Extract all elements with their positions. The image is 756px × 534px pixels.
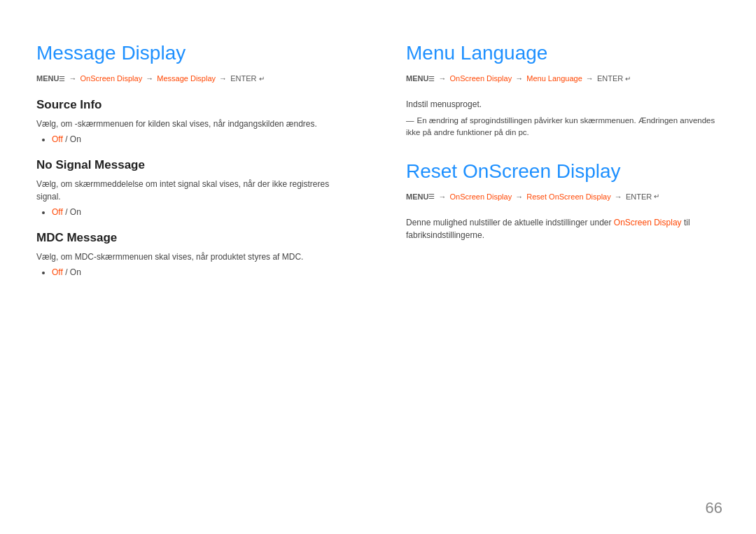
source-info-section: Source Info Vælg, om -skærmmenuen for ki… <box>36 98 350 144</box>
mdc-message-bullet: Off / On <box>52 267 350 277</box>
breadcrumb-menu: MENU <box>406 192 428 201</box>
off-label: Off <box>52 134 63 144</box>
note-text: En ændring af sprogindstillingen påvirke… <box>406 116 715 136</box>
off-label: Off <box>52 207 63 217</box>
breadcrumb-arrow2: → <box>513 192 525 201</box>
menu-icon: ☰ <box>428 75 435 83</box>
breadcrumb-link2: Menu Language <box>526 74 582 83</box>
breadcrumb-arrow1: → <box>436 192 448 201</box>
mdc-message-section: MDC Message Vælg, om MDC-skærmmenuen ska… <box>36 231 350 277</box>
off-label: Off <box>52 267 63 277</box>
on-label: On <box>70 267 81 277</box>
reset-title: Reset OnScreen Display <box>406 160 720 183</box>
breadcrumb-enter: ENTER <box>597 74 625 83</box>
breadcrumb-arrow2: → <box>513 74 525 83</box>
menu-icon: ☰ <box>428 192 435 200</box>
reset-desc-link: OnScreen Display <box>614 218 682 227</box>
breadcrumb-enter: ENTER <box>626 192 654 201</box>
breadcrumb-link1: OnScreen Display <box>80 74 143 83</box>
enter-icon: ↵ <box>259 75 265 83</box>
breadcrumb-arrow1: → <box>436 74 448 83</box>
on-label: On <box>70 134 81 144</box>
no-signal-section: No Signal Message Vælg, om skærmmeddelel… <box>36 158 350 217</box>
breadcrumb-arrow2: → <box>144 74 155 83</box>
breadcrumb-enter: ENTER <box>230 74 258 83</box>
no-signal-bullets: Off / On <box>52 207 350 217</box>
source-info-description: Vælg, om -skærmmenuen for kilden skal vi… <box>36 118 350 130</box>
menu-language-title: Menu Language <box>406 42 720 64</box>
menu-language-section: Menu Language MENU ☰ → OnScreen Display … <box>406 42 720 139</box>
breadcrumb-link1: OnScreen Display <box>450 74 512 83</box>
enter-icon: ↵ <box>625 75 631 83</box>
no-signal-heading: No Signal Message <box>36 158 350 172</box>
source-info-bullets: Off / On <box>52 134 350 144</box>
menu-language-breadcrumb: MENU ☰ → OnScreen Display → Menu Languag… <box>406 74 720 83</box>
breadcrumb-arrow3: → <box>612 192 624 201</box>
no-signal-description: Vælg, om skærmmeddelelse om intet signal… <box>36 178 350 203</box>
reset-description: Denne mulighed nulstiller de aktuelle in… <box>406 216 720 241</box>
breadcrumb-link2: Reset OnScreen Display <box>526 192 610 201</box>
breadcrumb-menu: MENU <box>406 74 428 83</box>
breadcrumb-arrow1: → <box>66 74 78 83</box>
mdc-message-heading: MDC Message <box>36 231 350 245</box>
breadcrumb-link2: Message Display <box>157 74 216 83</box>
breadcrumb-link1: OnScreen Display <box>450 192 512 201</box>
menu-language-note: —En ændring af sprogindstillingen påvirk… <box>406 115 720 139</box>
menu-language-description: Indstil menusproget. <box>406 98 720 111</box>
breadcrumb-arrow3: → <box>217 74 229 83</box>
message-display-breadcrumb: MENU ☰ → OnScreen Display → Message Disp… <box>36 74 350 83</box>
source-info-heading: Source Info <box>36 98 350 112</box>
left-column: Message Display MENU ☰ → OnScreen Displa… <box>36 42 378 291</box>
menu-icon: ☰ <box>59 75 65 83</box>
page-number: 66 <box>706 499 722 517</box>
message-display-title: Message Display <box>36 42 350 64</box>
reset-section: Reset OnScreen Display MENU ☰ → OnScreen… <box>406 160 720 241</box>
breadcrumb-arrow3: → <box>584 74 596 83</box>
mdc-message-description: Vælg, om MDC-skærmmenuen skal vises, når… <box>36 251 350 263</box>
reset-desc-start: Denne mulighed nulstiller de aktuelle in… <box>406 218 614 227</box>
no-signal-bullet: Off / On <box>52 207 350 217</box>
source-info-bullet: Off / On <box>52 134 350 144</box>
on-label: On <box>70 207 81 217</box>
breadcrumb-menu: MENU <box>36 74 59 83</box>
mdc-message-bullets: Off / On <box>52 267 350 277</box>
enter-icon: ↵ <box>654 192 659 200</box>
right-column: Menu Language MENU ☰ → OnScreen Display … <box>378 42 720 291</box>
reset-breadcrumb: MENU ☰ → OnScreen Display → Reset OnScre… <box>406 192 720 201</box>
